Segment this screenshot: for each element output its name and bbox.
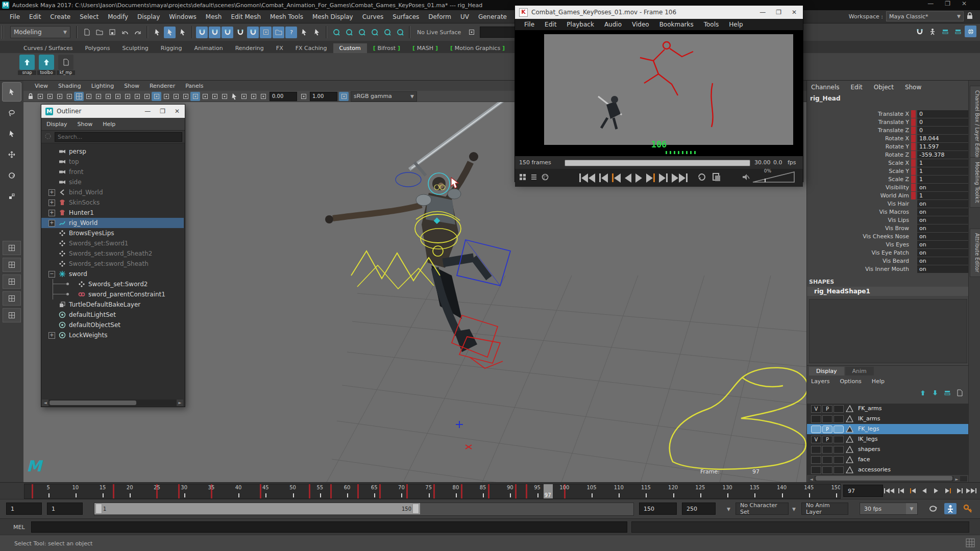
outliner-item-skinsocks[interactable]: +SkinSocks xyxy=(41,197,184,208)
anim-layer-menu-icon[interactable]: ▼ xyxy=(792,507,796,512)
snap-plane-icon[interactable] xyxy=(234,27,246,38)
loop-playback-icon[interactable] xyxy=(697,172,707,184)
close-button[interactable]: ✕ xyxy=(962,0,967,7)
hypergraph-pane-layout-icon[interactable] xyxy=(3,308,21,322)
player-menu-file[interactable]: File xyxy=(519,21,540,28)
outliner-item-persp[interactable]: persp xyxy=(41,146,184,157)
viewport-menu-show[interactable]: Show xyxy=(119,83,144,89)
channel-row-vis-inner-mouth[interactable]: Vis Inner Mouthon xyxy=(807,265,968,273)
player-menu-playback[interactable]: Playback xyxy=(561,21,599,28)
select-tool-icon[interactable] xyxy=(2,82,21,102)
safe-action-icon[interactable] xyxy=(122,92,132,101)
timeline-ruler[interactable]: 9751015202530354045505560657075808590951… xyxy=(24,484,841,499)
joints-xray-icon[interactable] xyxy=(249,92,258,101)
menu-mesh-display[interactable]: Mesh Display xyxy=(308,13,358,20)
layer-display-type-toggle[interactable] xyxy=(834,425,844,433)
layer-menu-help[interactable]: Help xyxy=(872,378,885,385)
layer-tab-display[interactable]: Display xyxy=(809,367,844,375)
menu-set-dropdown[interactable]: Modeling▼ xyxy=(10,26,70,38)
outliner-window[interactable]: M Outliner — ❐ ✕ DisplayShowHelp perspto… xyxy=(41,104,185,407)
viewport-menu-view[interactable]: View xyxy=(30,83,53,89)
layer-display-type-toggle[interactable] xyxy=(834,405,844,413)
shelf-tab-motion-graphics[interactable]: [ Motion Graphics ] xyxy=(444,43,511,53)
layer-swatch-icon[interactable] xyxy=(846,405,853,414)
layer-display-type-toggle[interactable] xyxy=(834,466,844,474)
keyframe-tick[interactable] xyxy=(379,484,381,498)
channel-value-field[interactable]: on xyxy=(917,265,969,273)
side-tab-modeling-toolkit[interactable]: Modeling Toolkit xyxy=(970,157,980,208)
shelf-tab-fx-caching[interactable]: FX Caching xyxy=(289,43,333,53)
field-chart-icon[interactable] xyxy=(113,92,122,101)
player-menu-video[interactable]: Video xyxy=(627,21,654,28)
step-back-frame-button[interactable] xyxy=(896,485,906,497)
channel-value-field[interactable]: 1 xyxy=(917,176,969,183)
layer-menu-layers[interactable]: Layers xyxy=(811,378,829,385)
snap-together-icon[interactable] xyxy=(914,26,925,37)
single-pane-layout-icon[interactable] xyxy=(3,241,21,255)
outliner-item-bind-world[interactable]: +bind_World xyxy=(41,187,184,197)
filter-icon[interactable] xyxy=(44,133,52,141)
channel-value-field[interactable]: 1 xyxy=(917,159,969,167)
outliner-item-browseyeslips[interactable]: BrowsEyesLips xyxy=(41,228,184,238)
layer-row-ik_legs[interactable]: VPIK_legs xyxy=(807,434,968,445)
outliner-item-side[interactable]: side xyxy=(41,177,184,187)
outliner-item-swords-set-sword-sheath2[interactable]: Swords_set:sword_Sheath2 xyxy=(41,248,184,259)
keyframe-tick[interactable] xyxy=(433,484,435,498)
layer-scrollbar[interactable]: ◄ ► xyxy=(808,476,967,482)
viewport-menu-lighting[interactable]: Lighting xyxy=(86,83,119,89)
channel-value-field[interactable]: on xyxy=(917,184,969,191)
multisample-icon[interactable] xyxy=(210,92,219,101)
layer-swatch-icon[interactable] xyxy=(846,425,853,434)
channel-row-translate-y[interactable]: Translate Y0 xyxy=(807,118,968,127)
layer-swatch-icon[interactable] xyxy=(846,466,853,475)
keyframe-tick[interactable] xyxy=(357,484,359,498)
menu-modify[interactable]: Modify xyxy=(103,13,133,20)
step-forward-frame-button[interactable] xyxy=(954,485,965,497)
outliner-menu-show[interactable]: Show xyxy=(78,121,93,128)
expander-icon[interactable]: + xyxy=(48,332,55,339)
previous-key-button[interactable] xyxy=(908,485,918,497)
gate-mask-icon[interactable] xyxy=(103,92,113,101)
layer-row-ik_arms[interactable]: IK_arms xyxy=(807,414,968,424)
statusline-grip[interactable] xyxy=(2,26,6,39)
channel-row-vis-lips[interactable]: Vis Lipson xyxy=(807,216,968,224)
channel-value-field[interactable]: on xyxy=(917,241,969,248)
construction-history-icon[interactable] xyxy=(260,27,272,38)
channel-row-vis-cheeks-nose[interactable]: Vis Cheeks Noseon xyxy=(807,233,968,241)
go-to-end-button[interactable] xyxy=(672,173,688,183)
next-key-button[interactable] xyxy=(943,485,953,497)
continuous-loop-icon[interactable] xyxy=(927,503,939,514)
channel-box-node-name[interactable]: rig_Head xyxy=(810,95,841,102)
next-keyframe-button[interactable] xyxy=(659,173,668,183)
layer-visibility-toggle[interactable] xyxy=(811,415,821,423)
select-component-icon[interactable] xyxy=(177,27,188,38)
step-forward-button[interactable] xyxy=(646,173,655,183)
menu-windows[interactable]: Windows xyxy=(164,13,201,20)
safe-title-icon[interactable] xyxy=(132,92,142,101)
channel-row-scale-z[interactable]: Scale Z1 xyxy=(807,176,968,184)
expander-icon[interactable]: − xyxy=(48,271,55,278)
four-pane-layout-icon[interactable] xyxy=(3,258,21,272)
layer-playback-toggle[interactable]: P xyxy=(822,405,832,413)
hypershade-icon[interactable] xyxy=(381,27,393,38)
layer-playback-toggle[interactable] xyxy=(822,415,832,423)
layer-visibility-toggle[interactable]: V xyxy=(811,405,821,413)
menu-edit[interactable]: Edit xyxy=(24,13,45,20)
layer-visibility-toggle[interactable]: V xyxy=(811,436,821,443)
channelbox-menu-object[interactable]: Object xyxy=(874,84,894,91)
2d-pan-zoom-icon[interactable] xyxy=(55,92,64,101)
menu-mesh-tools[interactable]: Mesh Tools xyxy=(265,13,308,20)
shelf-tab-polygons[interactable]: Polygons xyxy=(79,43,116,53)
shelf-tab-sculpting[interactable]: Sculpting xyxy=(116,43,154,53)
select-hierarchy-icon[interactable] xyxy=(151,27,163,38)
character-controls-icon[interactable] xyxy=(926,26,938,37)
channel-value-field[interactable]: on xyxy=(917,216,969,224)
depth-of-field-icon[interactable] xyxy=(219,92,229,101)
undo-icon[interactable] xyxy=(119,27,131,38)
channel-row-vis-eye-patch[interactable]: Vis Eye Patchon xyxy=(807,249,968,257)
snap-shelf-icon[interactable] xyxy=(19,55,35,70)
volume-slider[interactable] xyxy=(752,171,796,185)
menu-uv[interactable]: UV xyxy=(456,13,474,20)
channel-value-field[interactable]: on xyxy=(917,257,969,265)
layer-playback-toggle[interactable] xyxy=(822,456,832,464)
